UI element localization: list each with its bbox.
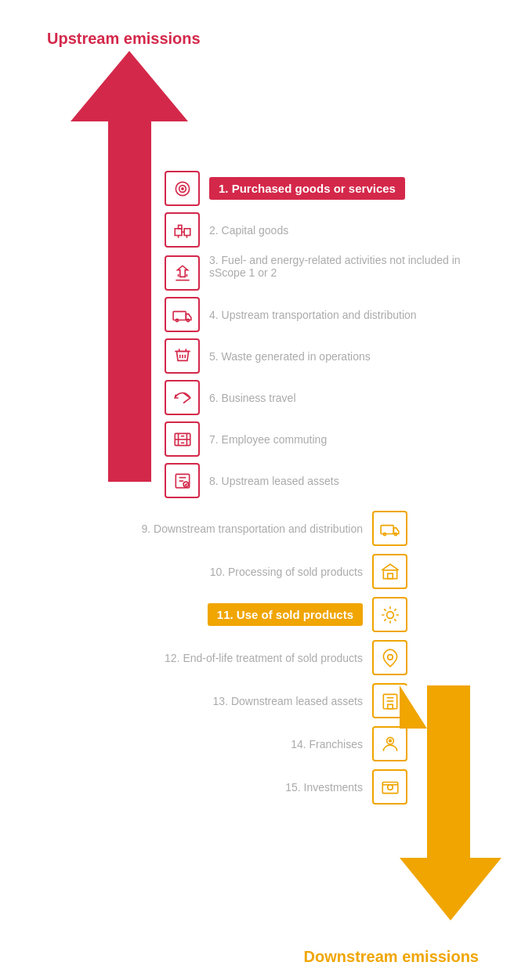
svg-point-39: [388, 739, 391, 742]
downstream-arrow: [400, 685, 501, 920]
downstream-label-14: 14. Franchises: [291, 738, 363, 750]
svg-point-41: [387, 784, 393, 790]
downstream-label-13: 13. Downstream leased assets: [213, 695, 363, 707]
downstream-icon-11: [372, 597, 407, 632]
downstream-item-13: 13. Downstream leased assets: [24, 683, 407, 718]
svg-rect-37: [387, 704, 393, 708]
downstream-label-10: 10. Processing of sold products: [210, 566, 363, 578]
upstream-item-7: 7. Employee commuting: [165, 421, 478, 457]
upstream-icon-2: [165, 212, 200, 248]
upstream-item-8: 8. Upstream leased assets: [165, 463, 478, 498]
downstream-icon-10: [372, 554, 407, 589]
downstream-item-10: 10. Processing of sold products: [24, 554, 407, 589]
upstream-item-1: 1. Purchased goods or services: [165, 171, 478, 206]
svg-rect-30: [383, 570, 396, 578]
upstream-icon-6: [165, 380, 200, 415]
downstream-item-15: 15. Investments: [24, 769, 407, 805]
upstream-icon-7: [165, 421, 200, 457]
upstream-icon-4: [165, 297, 200, 332]
upstream-item-4: 4. Upstream transportation and distribut…: [165, 297, 478, 332]
upstream-label-6: 6. Business travel: [209, 392, 296, 404]
svg-rect-6: [184, 228, 190, 235]
upstream-label-2: 2. Capital goods: [209, 224, 288, 237]
svg-rect-10: [173, 311, 186, 320]
upstream-item-5: 5. Waste generated in operations: [165, 338, 478, 374]
upstream-label-1: 1. Purchased goods or services: [209, 177, 405, 200]
upstream-item-3: 3. Fuel- and energy-related activities n…: [165, 254, 478, 291]
upstream-label-4: 4. Upstream transportation and distribut…: [209, 309, 417, 321]
upstream-label-7: 7. Employee commuting: [209, 433, 327, 446]
upstream-icon-5: [165, 338, 200, 374]
downstream-label-12: 12. End-of-life treatment of sold produc…: [165, 652, 363, 664]
upstream-item-6: 6. Business travel: [165, 380, 478, 415]
downstream-label-9: 9. Downstream transportation and distrib…: [142, 523, 363, 535]
upstream-label-3: 3. Fuel- and energy-related activities n…: [209, 254, 478, 279]
downstream-icon-9: [372, 511, 407, 546]
upstream-label-5: 5. Waste generated in operations: [209, 350, 371, 363]
downstream-label-15: 15. Investments: [285, 781, 363, 794]
svg-rect-4: [178, 225, 181, 228]
svg-point-33: [387, 654, 393, 660]
svg-point-2: [181, 187, 183, 189]
downstream-item-12: 12. End-of-life treatment of sold produc…: [24, 640, 407, 675]
downstream-icon-12: [372, 640, 407, 675]
downstream-label-11: 11. Use of sold products: [208, 603, 363, 626]
upstream-item-2: 2. Capital goods: [165, 212, 478, 248]
downstream-items-list: 9. Downstream transportation and distrib…: [24, 511, 407, 812]
downstream-label: Downstream emissions: [304, 948, 479, 966]
svg-rect-3: [175, 228, 182, 235]
downstream-item-9: 9. Downstream transportation and distrib…: [24, 511, 407, 546]
upstream-label-8: 8. Upstream leased assets: [209, 475, 339, 487]
upstream-icon-1: [165, 171, 200, 206]
upstream-label: Upstream emissions: [47, 30, 201, 48]
svg-rect-31: [387, 573, 393, 579]
svg-point-32: [386, 611, 393, 618]
svg-rect-40: [382, 782, 398, 793]
upstream-icon-3: [165, 255, 200, 291]
downstream-item-14: 14. Franchises: [24, 726, 407, 761]
upstream-icon-8: [165, 463, 200, 498]
upstream-items-list: 1. Purchased goods or services 2. Capita…: [165, 171, 478, 504]
downstream-item-11: 11. Use of sold products: [24, 597, 407, 632]
svg-rect-27: [381, 525, 393, 533]
